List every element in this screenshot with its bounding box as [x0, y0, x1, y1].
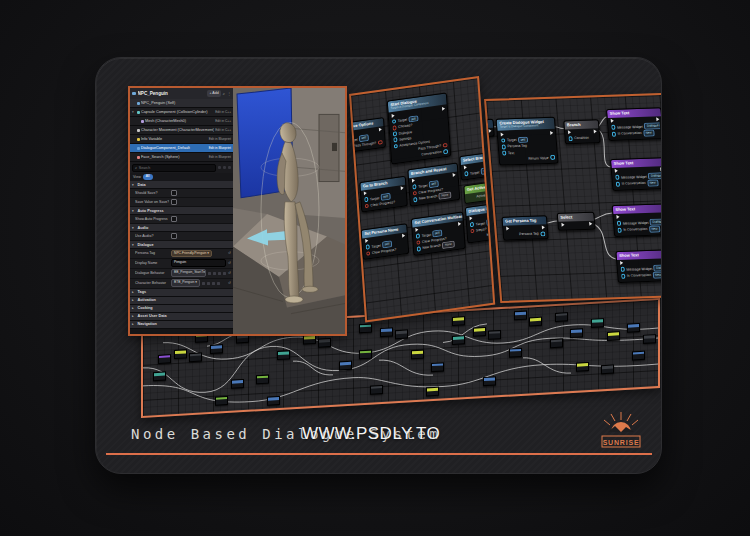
viewport-3d[interactable]: [233, 88, 345, 334]
blueprint-node[interactable]: Get Persona TagPersona Tag: [501, 215, 548, 241]
reset-icon[interactable]: ↺: [228, 281, 231, 285]
mini-node[interactable]: [153, 372, 166, 382]
component-row[interactable]: DialogueComponent_DefaultEdit in Bluepri…: [130, 144, 233, 153]
data-pin[interactable]: [550, 155, 555, 160]
exec-in-pin[interactable]: [365, 239, 368, 243]
add-component-button[interactable]: + Add: [207, 90, 220, 96]
data-pin[interactable]: [501, 145, 506, 150]
mini-node[interactable]: [488, 330, 501, 340]
exec-in-pin[interactable]: [506, 227, 509, 231]
exec-in-pin[interactable]: [463, 165, 466, 169]
asset-action-icon[interactable]: [223, 272, 226, 275]
asset-action-icon[interactable]: [207, 282, 210, 285]
data-pin[interactable]: [502, 151, 507, 156]
section-header[interactable]: ▸Tags: [130, 289, 233, 297]
mini-node[interactable]: [601, 364, 614, 374]
gear-icon[interactable]: [228, 166, 232, 170]
mini-node[interactable]: [277, 351, 290, 361]
pin-value-chip[interactable]: New: [649, 225, 660, 232]
component-row[interactable]: Character Movement (CharacterMovement)Ed…: [130, 126, 233, 135]
mini-node[interactable]: [576, 363, 589, 373]
blueprint-node[interactable]: Select: [557, 212, 596, 231]
mini-node[interactable]: [411, 350, 424, 360]
mini-node[interactable]: [267, 396, 280, 406]
exec-out-pin[interactable]: [378, 127, 381, 131]
graph-panel-right[interactable]: EventCreate Dialogue WidgetTarget is Dia…: [484, 93, 662, 303]
mini-node[interactable]: [550, 338, 563, 348]
mini-node[interactable]: [318, 338, 331, 348]
mini-node[interactable]: [215, 395, 228, 405]
exec-out-pin[interactable]: [661, 213, 662, 217]
blueprint-node[interactable]: Start DialogueTarget is Dialogue Compone…: [387, 92, 452, 165]
data-pin[interactable]: [611, 125, 616, 130]
exec-in-pin[interactable]: [616, 215, 619, 219]
exec-in-pin[interactable]: [620, 261, 623, 265]
mini-node[interactable]: [303, 335, 316, 345]
data-pin[interactable]: [616, 221, 621, 226]
component-row[interactable]: Face_Search (Sphere)Edit in Blueprint: [130, 153, 233, 162]
exec-in-pin[interactable]: [415, 228, 418, 232]
search-input[interactable]: ⌕ Search: [132, 164, 216, 172]
data-pin[interactable]: [364, 197, 369, 202]
edit-link[interactable]: Edit in C++: [215, 119, 231, 123]
section-header[interactable]: ▸Asset User Data: [130, 313, 233, 321]
blueprint-node[interactable]: Set Conversation MulticastTargetselfClea…: [411, 211, 466, 256]
data-pin[interactable]: [415, 234, 420, 239]
property-checkbox[interactable]: [171, 199, 177, 205]
mini-node[interactable]: [359, 323, 372, 333]
data-pin[interactable]: [568, 136, 573, 141]
exec-out-pin[interactable]: [400, 186, 403, 190]
blueprint-node[interactable]: Go to BranchTargetselfClear Progress?: [359, 176, 408, 213]
exec-out-pin[interactable]: [656, 117, 659, 121]
mini-node[interactable]: [473, 327, 486, 337]
mini-node[interactable]: [555, 312, 568, 322]
blueprint-node[interactable]: BranchCondition: [563, 119, 601, 145]
blueprint-node[interactable]: Show TextMessage WidgetDialogue BoxIs Co…: [615, 249, 662, 283]
edit-link[interactable]: Edit in C++: [215, 128, 231, 132]
exec-in-pin[interactable]: [469, 216, 472, 220]
edit-link[interactable]: Edit in Blueprint: [209, 155, 231, 159]
blueprint-node[interactable]: Show TextMessage WidgetDialogue BoxIs Co…: [606, 107, 662, 141]
exec-in-pin[interactable]: [614, 169, 617, 173]
mini-node[interactable]: [431, 362, 444, 372]
mini-node[interactable]: [591, 319, 604, 329]
data-pin[interactable]: [540, 231, 545, 236]
data-pin[interactable]: [416, 246, 421, 251]
mini-node[interactable]: [210, 344, 223, 354]
eye-icon[interactable]: [223, 166, 227, 170]
data-pin[interactable]: [501, 138, 506, 143]
edit-link[interactable]: Edit in Blueprint: [209, 137, 231, 141]
exec-in-pin[interactable]: [391, 113, 394, 117]
blueprint-node[interactable]: Dialogue OptionsTargetselfPass Through?: [349, 117, 386, 154]
exec-out-pin[interactable]: [589, 222, 592, 226]
data-pin[interactable]: [391, 119, 396, 124]
reset-icon[interactable]: ↺: [228, 271, 231, 275]
asset-action-icon[interactable]: [213, 272, 216, 275]
asset-action-icon[interactable]: [218, 272, 221, 275]
reset-icon[interactable]: ↺: [228, 261, 231, 265]
exec-out-pin[interactable]: [593, 130, 596, 134]
blueprint-node[interactable]: Create Dialogue WidgetTarget is Dialogue…: [496, 117, 559, 166]
component-row[interactable]: NPC_Penguin (Self): [130, 99, 233, 108]
exec-out-pin[interactable]: [441, 106, 444, 110]
section-header[interactable]: ▾Auto Progress: [130, 207, 233, 215]
exec-out-pin[interactable]: [660, 167, 662, 171]
blueprint-node[interactable]: Show TextMessage WidgetDialogue BoxIs Co…: [612, 203, 662, 237]
section-header[interactable]: ▸Navigation: [130, 321, 233, 329]
mini-node[interactable]: [189, 352, 202, 362]
edit-link[interactable]: Edit in Blueprint: [209, 146, 231, 150]
mini-node[interactable]: [380, 327, 393, 337]
mini-node[interactable]: [607, 331, 620, 341]
asset-action-icon[interactable]: [202, 282, 205, 285]
data-pin[interactable]: [413, 197, 418, 202]
mini-node[interactable]: [643, 335, 656, 345]
graph-panel-middle[interactable]: Dialogue OptionsTargetselfPass Through?S…: [349, 76, 495, 323]
mini-node[interactable]: [570, 328, 583, 338]
exec-in-pin[interactable]: [500, 132, 503, 136]
mini-node[interactable]: [632, 351, 645, 361]
mini-node[interactable]: [627, 323, 640, 333]
exec-out-pin[interactable]: [550, 130, 553, 134]
data-pin[interactable]: [377, 140, 382, 145]
section-header[interactable]: ▸Cooking: [130, 305, 233, 313]
property-checkbox[interactable]: [171, 190, 177, 196]
